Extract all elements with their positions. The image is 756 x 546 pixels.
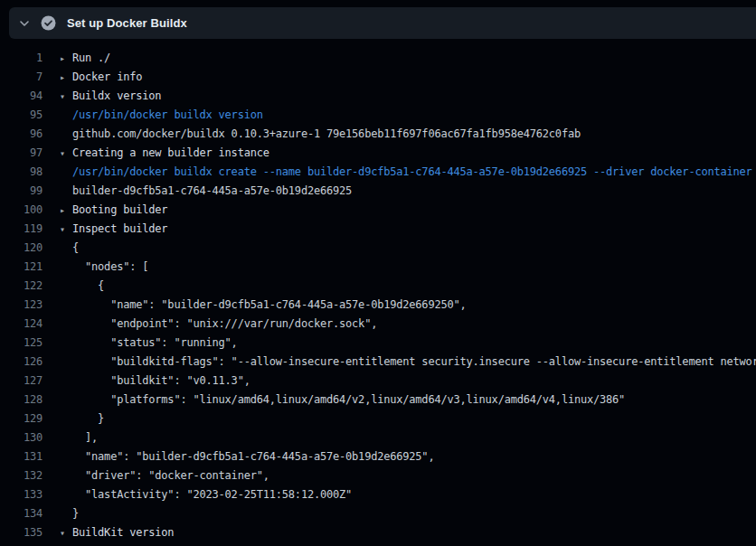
group-label[interactable]: Docker info — [72, 68, 142, 87]
log-text: "name": "builder-d9cfb5a1-c764-445a-a57e… — [72, 296, 467, 315]
log-lines: 1▸Run ./7▸Docker info94▾Buildx version95… — [0, 49, 756, 546]
check-circle-icon — [41, 15, 56, 31]
line-number-link[interactable]: 128 — [0, 391, 43, 410]
arrow-spacer — [60, 447, 72, 466]
group-label[interactable]: Booting builder — [72, 201, 167, 220]
line-number-link[interactable]: 135 — [0, 523, 43, 542]
log-line: 132 "driver": "docker-container", — [0, 466, 756, 485]
log-line: 122 { — [0, 277, 756, 296]
line-number-link[interactable]: 132 — [0, 466, 43, 485]
arrow-spacer — [60, 258, 72, 277]
line-number-link[interactable]: 124 — [0, 315, 43, 334]
line-number-link[interactable]: 99 — [0, 182, 43, 201]
line-number-link[interactable]: 122 — [0, 277, 43, 296]
log-line[interactable]: 97▾Creating a new builder instance — [0, 144, 756, 163]
log-line: 130 ], — [0, 428, 756, 447]
arrow-spacer — [60, 353, 72, 372]
log-text: "buildkit": "v0.11.3", — [72, 372, 250, 391]
log-text: builder-d9cfb5a1-c764-445a-a57e-0b19d2e6… — [72, 542, 415, 546]
arrow-spacer — [60, 125, 72, 144]
log-line: 95/usr/bin/docker buildx version — [0, 106, 756, 125]
group-label[interactable]: Creating a new builder instance — [72, 144, 269, 163]
log-line: 131 "name": "builder-d9cfb5a1-c764-445a-… — [0, 447, 756, 466]
arrow-spacer — [60, 410, 72, 428]
line-number-link[interactable]: 126 — [0, 353, 43, 372]
group-label[interactable]: Buildx version — [72, 87, 161, 106]
triangle-right-icon[interactable]: ▸ — [60, 68, 72, 87]
line-number-link[interactable]: 120 — [0, 239, 43, 258]
arrow-spacer — [60, 466, 72, 485]
log-line: 124 "endpoint": "unix:///var/run/docker.… — [0, 315, 756, 334]
arrow-spacer — [60, 163, 72, 182]
line-number-link[interactable]: 119 — [0, 220, 43, 239]
log-line[interactable]: 94▾Buildx version — [0, 87, 756, 106]
log-text: "status": "running", — [72, 334, 238, 353]
log-line: 99builder-d9cfb5a1-c764-445a-a57e-0b19d2… — [0, 182, 756, 201]
arrow-spacer — [60, 106, 72, 125]
log-line: 123 "name": "builder-d9cfb5a1-c764-445a-… — [0, 296, 756, 315]
line-number-link[interactable]: 130 — [0, 428, 43, 447]
line-number-link[interactable]: 94 — [0, 87, 43, 106]
arrow-spacer — [60, 542, 72, 546]
log-line[interactable]: 119▾Inspect builder — [0, 220, 756, 239]
log-text: "platforms": "linux/amd64,linux/amd64/v2… — [72, 391, 625, 410]
log-line: 128 "platforms": "linux/amd64,linux/amd6… — [0, 391, 756, 410]
arrow-spacer — [60, 334, 72, 353]
log-viewer: 1▸Run ./7▸Docker info94▾Buildx version95… — [0, 39, 756, 546]
triangle-down-icon[interactable]: ▾ — [60, 144, 72, 163]
log-line[interactable]: 135▾BuildKit version — [0, 523, 756, 542]
log-line: 127 "buildkit": "v0.11.3", — [0, 372, 756, 391]
log-line: 129 } — [0, 410, 756, 428]
log-line: 126 "buildkitd-flags": "--allow-insecure… — [0, 353, 756, 372]
command-text: /usr/bin/docker buildx version — [72, 106, 263, 125]
group-label[interactable]: Run ./ — [72, 49, 110, 68]
log-text: "name": "builder-d9cfb5a1-c764-445a-a57e… — [72, 447, 434, 466]
group-label[interactable]: BuildKit version — [72, 523, 174, 542]
line-number-link[interactable]: 131 — [0, 447, 43, 466]
arrow-spacer — [60, 391, 72, 410]
arrow-spacer — [60, 239, 72, 258]
log-line[interactable]: 1▸Run ./ — [0, 49, 756, 68]
log-text: "buildkitd-flags": "--allow-insecure-ent… — [72, 353, 756, 372]
line-number-link[interactable]: 121 — [0, 258, 43, 277]
line-number-link[interactable]: 123 — [0, 296, 43, 315]
line-number-link[interactable]: 96 — [0, 125, 43, 144]
log-text: "nodes": [ — [72, 258, 148, 277]
log-line: 136builder-d9cfb5a1-c764-445a-a57e-0b19d… — [0, 542, 756, 546]
triangle-right-icon[interactable]: ▸ — [60, 201, 72, 220]
arrow-spacer — [60, 372, 72, 391]
line-number-link[interactable]: 129 — [0, 410, 43, 428]
log-text: { — [72, 239, 79, 258]
group-label[interactable]: Inspect builder — [72, 220, 167, 239]
step-header[interactable]: Set up Docker Buildx — [9, 7, 756, 39]
log-line: 134} — [0, 504, 756, 523]
triangle-right-icon[interactable]: ▸ — [60, 49, 72, 68]
step-title: Set up Docker Buildx — [67, 16, 187, 30]
line-number-link[interactable]: 7 — [0, 68, 43, 87]
triangle-down-icon[interactable]: ▾ — [60, 220, 72, 239]
log-line[interactable]: 7▸Docker info — [0, 68, 756, 87]
arrow-spacer — [60, 485, 72, 504]
log-text: } — [72, 410, 104, 428]
log-line[interactable]: 100▸Booting builder — [0, 201, 756, 220]
line-number-link[interactable]: 125 — [0, 334, 43, 353]
line-number-link[interactable]: 97 — [0, 144, 43, 163]
arrow-spacer — [60, 277, 72, 296]
line-number-link[interactable]: 133 — [0, 485, 43, 504]
arrow-spacer — [60, 504, 72, 523]
triangle-down-icon[interactable]: ▾ — [60, 523, 72, 542]
log-line: 120{ — [0, 239, 756, 258]
line-number-link[interactable]: 1 — [0, 49, 43, 68]
line-number-link[interactable]: 95 — [0, 106, 43, 125]
line-number-link[interactable]: 136 — [0, 542, 43, 546]
line-number-link[interactable]: 98 — [0, 163, 43, 182]
log-text: ], — [72, 428, 98, 447]
line-number-link[interactable]: 127 — [0, 372, 43, 391]
log-text: github.com/docker/buildx 0.10.3+azure-1 … — [72, 125, 581, 144]
log-text: "driver": "docker-container", — [72, 466, 269, 485]
triangle-down-icon[interactable]: ▾ — [60, 87, 72, 106]
log-text: "endpoint": "unix:///var/run/docker.sock… — [72, 315, 377, 334]
line-number-link[interactable]: 134 — [0, 504, 43, 523]
line-number-link[interactable]: 100 — [0, 201, 43, 220]
chevron-down-icon[interactable] — [17, 16, 32, 31]
